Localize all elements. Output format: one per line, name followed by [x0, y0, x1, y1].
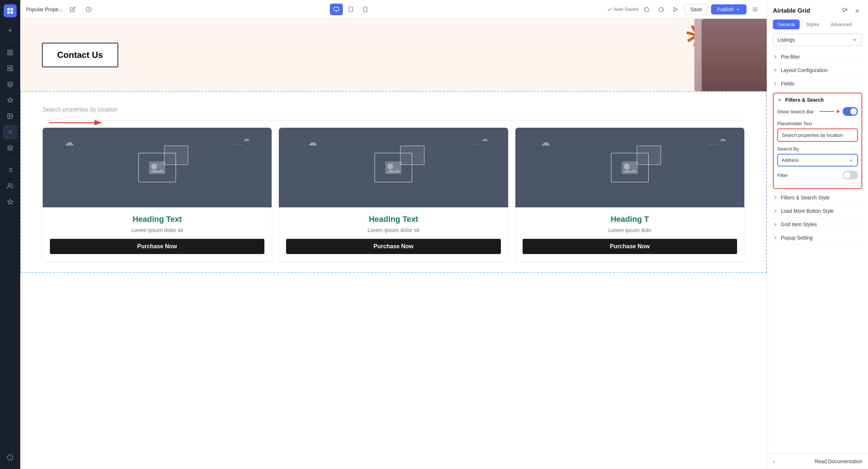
- accordion-layout-header[interactable]: Layout Configuration: [773, 67, 862, 73]
- accordion-fields: Fields: [773, 77, 862, 90]
- grid-card-3: ☁ ☁ — —: [515, 128, 744, 261]
- sidebar-settings-icon[interactable]: [3, 125, 17, 139]
- card-body-3: Heading T Lorem ipsum dolo Purchase Now: [515, 207, 744, 261]
- popup-setting-label: Popup Setting: [781, 235, 813, 241]
- sidebar-list-icon[interactable]: [3, 163, 17, 177]
- main-area: Popular Prope... Auto Saved: [20, 0, 767, 469]
- show-search-bar-toggle[interactable]: [843, 107, 858, 116]
- redo-btn[interactable]: [655, 4, 667, 15]
- placeholder-text-input[interactable]: [778, 130, 857, 141]
- desktop-btn[interactable]: [330, 4, 343, 15]
- sidebar-layout-icon[interactable]: [3, 61, 17, 76]
- sidebar-image-icon[interactable]: [3, 109, 17, 123]
- svg-rect-10: [8, 66, 13, 68]
- show-search-bar-row: Show Search Bar: [777, 107, 858, 116]
- canvas-content: Contact Us ✳ Search properties by locati…: [20, 19, 767, 469]
- purchase-btn-3[interactable]: Purchase Now: [523, 239, 737, 254]
- sidebar-logo[interactable]: [4, 4, 17, 17]
- sidebar-layers-icon[interactable]: [3, 77, 17, 92]
- accordion-grid-item-styles[interactable]: Grid Item Styles: [773, 218, 862, 231]
- filters-search-style-label: Filters & Search Style: [781, 195, 830, 200]
- purchase-btn-2[interactable]: Purchase Now: [286, 239, 501, 254]
- preview-btn[interactable]: [670, 4, 681, 15]
- svg-rect-12: [11, 69, 13, 71]
- tablet-btn[interactable]: [344, 4, 357, 15]
- accordion-load-more-btn-style[interactable]: Load More Button Style: [773, 204, 862, 218]
- edit-icon-btn[interactable]: [67, 4, 78, 15]
- listings-dropdown-value: Listings: [778, 37, 795, 43]
- toggle-with-arrow: [820, 107, 858, 116]
- panel-pin-btn[interactable]: [840, 6, 850, 16]
- sidebar-dashboard-icon[interactable]: [3, 45, 17, 60]
- left-sidebar: [0, 0, 20, 469]
- fields-label: Fields: [781, 81, 794, 86]
- svg-rect-9: [11, 53, 13, 55]
- filters-search-header[interactable]: Filters & Search: [777, 97, 858, 103]
- svg-rect-3: [10, 11, 13, 14]
- card-image-3: ☁ ☁ — —: [515, 128, 744, 207]
- accordion-fields-header[interactable]: Fields: [773, 81, 862, 86]
- undo-btn[interactable]: [641, 4, 652, 15]
- panel-tabs: General Styles Advanced: [767, 16, 868, 29]
- card-heading-2: Heading Text: [286, 215, 501, 224]
- accordion-filters-search-style[interactable]: Filters & Search Style: [773, 191, 862, 204]
- arrow-head: [837, 110, 840, 113]
- placeholder-text-label: Placeholder Text: [777, 121, 858, 126]
- history-icon-btn[interactable]: [83, 4, 94, 15]
- svg-rect-7: [11, 50, 13, 52]
- mobile-btn[interactable]: [359, 4, 372, 15]
- svg-rect-8: [8, 53, 9, 55]
- card-image-1: ☁ ☁ — —: [43, 128, 272, 207]
- purchase-btn-1[interactable]: Purchase Now: [50, 239, 264, 254]
- accordion-pre-filter-header[interactable]: Pre-filter: [773, 54, 862, 60]
- svg-point-16: [9, 131, 11, 133]
- save-button[interactable]: Save: [684, 4, 708, 15]
- grid-card-1: ☁ ☁ — —: [43, 128, 272, 261]
- sidebar-plugin-icon[interactable]: [3, 141, 17, 155]
- grid-card-2: ☁ ☁ — —: [279, 128, 508, 261]
- card-body-2: Heading Text Lorem ipsum dolor sit Purch…: [279, 207, 508, 261]
- card-text-2: Lorem ipsum dolor sit: [286, 227, 501, 233]
- canvas-wrapper: Contact Us ✳ Search properties by locati…: [20, 19, 767, 469]
- filters-search-label: Filters & Search: [785, 97, 824, 103]
- sidebar-bottom-icon[interactable]: [3, 450, 17, 465]
- sidebar-users-icon[interactable]: [3, 179, 17, 193]
- sidebar-tools-icon[interactable]: [3, 195, 17, 209]
- sidebar-add-icon[interactable]: [3, 23, 17, 38]
- listings-dropdown[interactable]: Listings: [773, 34, 862, 46]
- panel-footer[interactable]: ‹ Read Documentation: [767, 453, 868, 469]
- grid-items: ☁ ☁ — —: [43, 128, 744, 261]
- svg-point-23: [8, 183, 10, 186]
- read-documentation-link[interactable]: Read Documentation: [814, 459, 862, 464]
- sidebar-divider-1: [5, 41, 16, 42]
- load-more-btn-style-label: Load More Button Style: [781, 208, 834, 214]
- menu-btn[interactable]: [749, 4, 761, 15]
- tab-styles[interactable]: Styles: [801, 20, 824, 29]
- accordion-popup-setting[interactable]: Popup Setting: [773, 231, 862, 245]
- publish-button[interactable]: Publish: [711, 4, 746, 14]
- show-search-bar-label: Show Search Bar: [777, 109, 814, 114]
- layout-config-label: Layout Configuration: [781, 67, 827, 73]
- tab-general[interactable]: General: [773, 20, 800, 29]
- svg-rect-2: [7, 11, 10, 14]
- filter-toggle[interactable]: [843, 171, 858, 179]
- svg-rect-1: [10, 8, 13, 10]
- topbar-right: Auto Saved Save Publish: [607, 4, 761, 15]
- search-input-placeholder: Search properties by location: [43, 103, 744, 116]
- svg-rect-11: [8, 69, 10, 71]
- panel-title: Airtable Grid: [773, 7, 810, 14]
- grid-item-styles-label: Grid Item Styles: [781, 221, 817, 227]
- search-bar-area[interactable]: Search properties by location: [43, 99, 744, 121]
- contact-us-button[interactable]: Contact Us: [42, 43, 118, 67]
- tab-advanced[interactable]: Advanced: [826, 20, 857, 29]
- page-title: Popular Prope...: [26, 7, 63, 12]
- footer-chevron-left-icon: ‹: [773, 458, 775, 465]
- search-by-label: Search By: [777, 146, 858, 152]
- search-by-select[interactable]: Address: [777, 154, 858, 166]
- card-heading-1: Heading Text: [50, 215, 264, 224]
- panel-close-btn[interactable]: [852, 6, 862, 16]
- device-switcher: [330, 4, 372, 15]
- hero-section: Contact Us ✳: [20, 19, 767, 91]
- sidebar-star-icon[interactable]: [3, 93, 17, 107]
- arrow-line: [820, 111, 834, 112]
